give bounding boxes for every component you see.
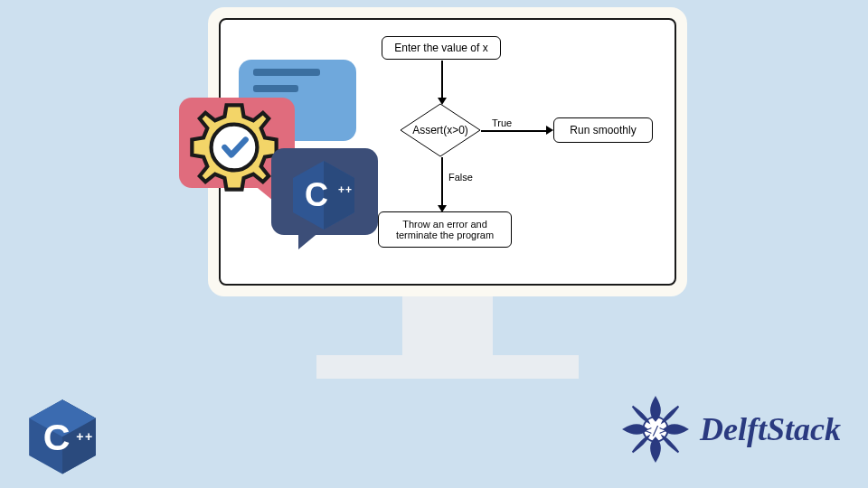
flowchart-decision-text: Assert(x>0) [412, 124, 468, 136]
arrow-start-decision [441, 61, 443, 99]
flowchart-start-text: Enter the value of x [394, 42, 487, 54]
brand-name: DelftStack [700, 410, 841, 448]
svg-text:C: C [43, 417, 71, 458]
cpp-logo-icon: C + + [291, 159, 356, 231]
flowchart-false-label: False [448, 172, 473, 183]
svg-point-1 [212, 125, 258, 171]
arrowhead-true [546, 126, 553, 135]
cpp-logo-bottom-icon: C + + [27, 398, 98, 475]
svg-text:+: + [345, 183, 352, 196]
flowchart-true-box-text: Run smoothly [570, 124, 636, 136]
flowchart-false-box: Throw an error and terminate the program [378, 211, 512, 248]
monitor-stand-base [316, 355, 579, 379]
arrow-true [481, 130, 548, 132]
flowchart-true-label: True [492, 117, 512, 128]
flowchart-decision: Assert(x>0) [400, 103, 481, 157]
svg-text:+: + [338, 183, 344, 196]
svg-text:+: + [76, 429, 83, 444]
flowchart-start-box: Enter the value of x [382, 36, 501, 60]
monitor-stand-neck [402, 295, 493, 358]
brand-mandala-icon: </> [620, 394, 691, 465]
svg-text:+: + [85, 429, 92, 444]
flowchart-false-box-text: Throw an error and terminate the program [386, 219, 504, 240]
svg-text:C: C [305, 176, 328, 213]
svg-text:</>: </> [645, 423, 667, 437]
brand-logo: </> DelftStack [620, 394, 841, 465]
gear-check-icon [186, 99, 282, 195]
flowchart-true-box: Run smoothly [553, 117, 653, 143]
arrow-false [441, 157, 443, 206]
